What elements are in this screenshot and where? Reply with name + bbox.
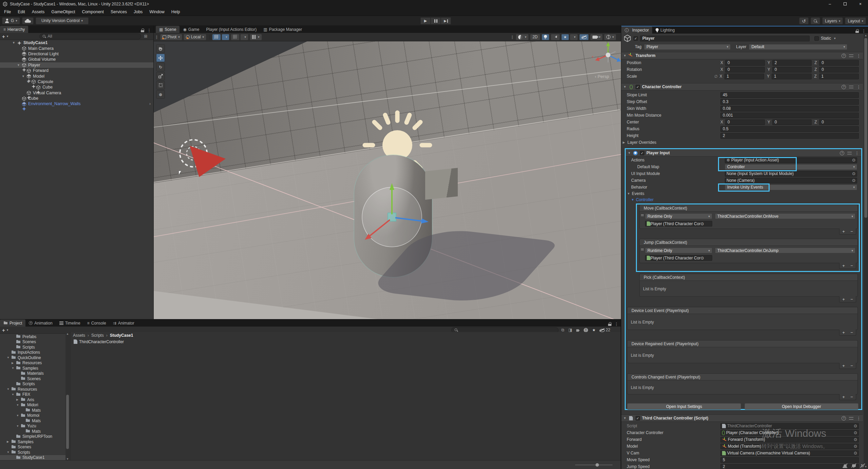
foldout-arrow-icon[interactable] [26,80,31,83]
foldout-arrow-icon[interactable] [12,393,16,396]
object-picker-icon[interactable] [700,256,704,260]
tab-timeline[interactable]: Timeline [56,319,84,327]
orientation-gizmo[interactable]: y x z [590,41,621,75]
project-tree-item[interactable]: SimpleURPToon [0,434,70,439]
tab-scene[interactable]: ▦Scene [156,26,180,33]
move-target-field[interactable]: Player (Third Character Cor [645,221,712,227]
scale-x-field[interactable]: 1 [724,74,764,79]
hierarchy-item[interactable]: Model › [0,73,153,79]
remove-event-button[interactable]: − [848,229,856,234]
project-tree-item[interactable]: Resources [0,360,70,366]
project-tree-item[interactable]: Prefabs [0,334,70,339]
effects-dropdown[interactable] [570,34,578,40]
move-mode-dropdown[interactable]: Runtime Only [645,213,712,219]
messages-muted-icon[interactable] [851,463,856,468]
skin-width-field[interactable]: 0.08 [720,106,859,112]
scrollbar-thumb[interactable] [864,38,867,218]
project-tree-item[interactable]: QuickOutline [0,355,70,360]
position-z-field[interactable]: 0 [819,60,859,66]
scene-viewport[interactable]: ↻ ⊕ [154,41,621,319]
panel-menu-icon[interactable] [614,321,619,327]
project-tree-item[interactable]: Midori [0,403,70,408]
component-menu-icon[interactable] [856,84,861,90]
tab-lighting[interactable]: Lighting [652,26,678,34]
default-map-dropdown[interactable]: Controller [725,164,857,170]
open-input-settings-button[interactable]: Open Input Settings [627,403,741,410]
foldout-arrow-icon[interactable] [7,388,11,391]
player-input-header[interactable]: Player Input ? [626,149,861,157]
search-button[interactable] [811,17,820,24]
breadcrumb-scripts[interactable]: Scripts [91,333,110,338]
foldout-arrow-icon[interactable] [16,404,21,407]
tab-game[interactable]: ◉Game [180,26,203,33]
jump-target-field[interactable]: Player (Third Character Cor [645,255,712,261]
undo-history-button[interactable] [799,17,809,24]
hierarchy-item[interactable]: Cube › [0,84,153,90]
move-function-dropdown[interactable]: ThirdCharacterController.OnMove [715,213,855,219]
drag-handle[interactable] [641,249,644,251]
enabled-checkbox[interactable] [640,151,644,155]
project-tree-item[interactable]: Aris [0,397,70,403]
transform-tool-button[interactable]: ⊕ [156,90,165,99]
breadcrumb-studycase1[interactable]: StudyCase1 [110,333,133,338]
project-tree-item[interactable]: Mats [0,418,70,424]
vcam-ref-field[interactable]: Virtual Camera (Cinemachine Virtual Came… [720,450,859,456]
visibility-count[interactable]: 22 [600,328,610,332]
hierarchy-item[interactable]: Environment_Narrow_Walls › [0,101,153,106]
search-by-type-icon[interactable]: ◨ [568,328,572,332]
cloud-button[interactable] [22,17,34,24]
object-picker-icon[interactable] [700,221,704,226]
gameobject-name-field[interactable]: Player [640,36,810,41]
pivot-toggle[interactable]: Pivot [160,34,182,40]
foldout-arrow-icon[interactable] [12,367,16,370]
project-tree-item[interactable]: Scenes [0,445,70,450]
menu-file[interactable]: File [1,8,14,16]
breadcrumb-assets[interactable]: Assets [73,333,91,338]
lock-icon[interactable] [141,28,144,32]
rotate-tool-button[interactable]: ↻ [156,63,165,71]
ui-input-module-field[interactable]: None (Input System UI Input Module) [725,171,857,177]
slider-knob[interactable] [596,463,599,467]
project-tree-item[interactable]: Scripts [0,382,70,387]
foldout-icon[interactable] [623,85,628,89]
project-tree-item[interactable]: Samples [0,439,70,445]
position-y-field[interactable]: 2 [772,60,812,66]
search-filter-icon[interactable]: ⊞ [144,34,147,39]
events-foldout[interactable]: Events [626,191,861,197]
foldout-arrow-icon[interactable] [16,414,21,417]
snap-increment-dropdown[interactable] [240,34,248,40]
object-picker-icon[interactable] [854,437,857,442]
add-event-button[interactable]: + [839,363,848,369]
open-search-window-icon[interactable]: ⧉ [561,328,564,332]
project-tree-item[interactable]: Mats [0,408,70,413]
close-button[interactable]: × [853,0,868,8]
play-button[interactable] [420,17,431,24]
help-icon[interactable]: ? [840,151,844,155]
camera-object-field[interactable]: None (Camera) [725,178,857,183]
object-picker-icon[interactable] [852,171,855,176]
tool-settings-toggle[interactable] [250,34,262,40]
scale-y-field[interactable]: 1 [772,74,811,79]
grid-snap-toggle[interactable] [212,34,221,40]
object-picker-icon[interactable] [852,158,855,162]
rect-tool-button[interactable] [156,81,165,90]
step-offset-field[interactable]: 0.3 [720,99,859,105]
layout-dropdown[interactable]: Layout [845,17,866,24]
model-ref-field[interactable]: Model (Transform) [720,444,859,449]
drag-handle[interactable]: ∥ [156,35,158,39]
hierarchy-item[interactable]: Global Volume › [0,57,153,62]
drag-handle[interactable]: ∥ [511,35,514,39]
hierarchy-item[interactable]: Capsule › [0,79,153,84]
project-tree-item[interactable]: Materials [0,371,70,376]
layers-dropdown[interactable]: Layers [822,17,843,24]
constrain-proportions-icon[interactable] [714,74,718,79]
position-x-field[interactable]: 0 [725,60,765,66]
minimize-button[interactable]: – [822,0,837,8]
project-tree-item[interactable]: Resources [0,387,70,392]
component-menu-icon[interactable] [855,151,859,156]
prefab-open-arrow-icon[interactable]: › [149,101,151,106]
actions-object-field[interactable]: Player (Input Action Asset) [725,157,857,163]
project-tree-item[interactable]: InputActions [0,350,70,355]
open-input-debugger-button[interactable]: Open Input Debugger [744,403,858,410]
remove-event-button[interactable]: − [848,263,856,269]
